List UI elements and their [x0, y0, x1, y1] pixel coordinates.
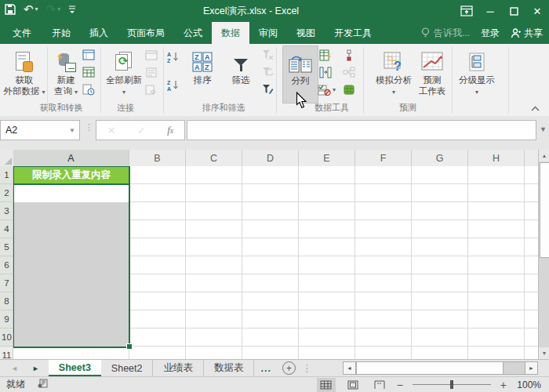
- new-sheet-button[interactable]: +: [282, 360, 296, 376]
- refresh-all-button[interactable]: ⟳ 全部刷新 ▾: [104, 45, 144, 98]
- page-break-view-icon[interactable]: [370, 378, 389, 392]
- close-button[interactable]: ✕: [525, 0, 549, 22]
- zoom-out-icon[interactable]: −: [397, 381, 403, 389]
- share-button[interactable]: 共享: [511, 27, 543, 40]
- fill-handle[interactable]: [126, 343, 133, 350]
- tab-审阅[interactable]: 审阅: [249, 22, 287, 44]
- formula-bar-expand-icon[interactable]: ▼: [540, 125, 547, 133]
- enter-icon[interactable]: ✓: [137, 125, 146, 136]
- get-external-data-button[interactable]: 获取 外部数据 ▾: [3, 45, 45, 98]
- scroll-up-icon[interactable]: ▲: [539, 150, 549, 162]
- row-header-6[interactable]: 6: [0, 256, 13, 274]
- cancel-icon[interactable]: ✕: [107, 125, 116, 136]
- sheet-nav-next-icon[interactable]: ►: [32, 365, 39, 372]
- remove-duplicates-icon[interactable]: [318, 66, 333, 78]
- minimize-button[interactable]: ─: [478, 0, 502, 22]
- sheet-nav-prev-icon[interactable]: ◄: [11, 365, 18, 372]
- tell-me[interactable]: 告诉我...: [421, 27, 470, 40]
- column-header-D[interactable]: D: [242, 150, 299, 166]
- column-header-F[interactable]: F: [355, 150, 412, 166]
- name-box-dropdown-icon[interactable]: ▼: [65, 127, 79, 134]
- cell-a1[interactable]: 限制录入重复内容: [13, 166, 130, 185]
- sheet-tab-Sheet3[interactable]: Sheet3: [49, 360, 101, 376]
- name-box[interactable]: A2 ▼: [0, 120, 80, 140]
- vertical-scrollbar[interactable]: ▲ ▼: [538, 150, 549, 359]
- sort-za-icon[interactable]: ZA: [166, 78, 180, 91]
- clear-filter-icon[interactable]: [260, 49, 274, 61]
- horizontal-scroll-thumb[interactable]: [356, 361, 504, 375]
- row-header-7[interactable]: 7: [0, 274, 13, 292]
- flash-fill-icon[interactable]: ⚡: [318, 49, 333, 61]
- row-header-2[interactable]: 2: [0, 184, 13, 202]
- sort-az-icon[interactable]: AZ: [166, 50, 180, 63]
- page-layout-view-icon[interactable]: [344, 378, 362, 392]
- save-icon[interactable]: [5, 4, 16, 15]
- sheet-tab-数据表[interactable]: 数据表: [204, 360, 255, 376]
- properties-icon[interactable]: [144, 66, 158, 78]
- consolidate-icon[interactable]: [342, 49, 356, 61]
- tab-开始[interactable]: 开始: [42, 22, 80, 44]
- macro-record-icon[interactable]: [38, 379, 48, 390]
- data-validation-icon[interactable]: [317, 83, 331, 96]
- advanced-filter-icon[interactable]: [260, 83, 274, 96]
- ribbon-display-options-icon[interactable]: [455, 0, 478, 22]
- connections-icon[interactable]: [144, 49, 158, 61]
- formula-input[interactable]: [187, 120, 536, 140]
- collapse-ribbon-icon[interactable]: [531, 104, 540, 113]
- tab-页面布局[interactable]: 页面布局: [118, 22, 174, 44]
- scroll-down-icon[interactable]: ▼: [539, 347, 549, 359]
- row-header-5[interactable]: 5: [0, 238, 13, 256]
- tab-file[interactable]: 文件: [2, 22, 42, 44]
- row-header-8[interactable]: 8: [0, 292, 13, 310]
- undo-button[interactable]: ↶▾: [24, 3, 38, 15]
- column-header-G[interactable]: G: [412, 150, 468, 166]
- tab-开发工具[interactable]: 开发工具: [325, 22, 381, 44]
- redo-button[interactable]: ↷▾: [46, 3, 61, 15]
- tab-视图[interactable]: 视图: [287, 22, 325, 44]
- sheet-grid[interactable]: 限制录入重复内容: [13, 166, 538, 359]
- from-table-icon[interactable]: [82, 66, 96, 78]
- row-header-11[interactable]: 11: [0, 347, 13, 359]
- row-header-4[interactable]: 4: [0, 220, 13, 238]
- horizontal-scrollbar[interactable]: ◄ ►: [343, 361, 538, 375]
- forecast-sheet-button[interactable]: 预测 工作表: [416, 45, 449, 96]
- recent-sources-icon[interactable]: [82, 83, 96, 96]
- column-header-E[interactable]: E: [299, 150, 355, 166]
- tab-插入[interactable]: 插入: [80, 22, 118, 44]
- row-header-3[interactable]: 3: [0, 202, 13, 220]
- tab-公式[interactable]: 公式: [174, 22, 212, 44]
- column-header-B[interactable]: B: [129, 150, 186, 166]
- column-header-A[interactable]: A: [13, 150, 129, 166]
- relationships-icon[interactable]: [342, 66, 356, 78]
- column-header-C[interactable]: C: [186, 150, 242, 166]
- data-validation-dropdown[interactable]: ▾: [333, 86, 336, 93]
- sort-button[interactable]: ZAAZ 排序: [185, 45, 220, 85]
- sheet-tabs-overflow[interactable]: ...: [254, 360, 277, 376]
- web-query-icon[interactable]: [82, 49, 96, 61]
- maximize-button[interactable]: [502, 0, 525, 22]
- zoom-slider[interactable]: [413, 384, 491, 385]
- customize-qat-icon[interactable]: [68, 5, 76, 14]
- row-header-9[interactable]: 9: [0, 310, 13, 328]
- sheet-tab-Sheet2[interactable]: Sheet2: [101, 360, 154, 376]
- zoom-in-icon[interactable]: +: [500, 381, 507, 389]
- sheet-tab-业绩表[interactable]: 业绩表: [153, 360, 204, 376]
- vertical-scroll-thumb[interactable]: [540, 162, 549, 258]
- reapply-filter-icon[interactable]: [260, 66, 274, 78]
- filter-button[interactable]: 筛选: [223, 45, 259, 85]
- scroll-right-icon[interactable]: ►: [525, 361, 538, 375]
- what-if-analysis-button[interactable]: ? 模拟分析 ▾: [373, 45, 414, 98]
- tab-数据[interactable]: 数据: [212, 22, 249, 44]
- scroll-left-icon[interactable]: ◄: [343, 361, 356, 375]
- edit-links-icon[interactable]: [144, 83, 158, 96]
- sign-in[interactable]: 登录: [481, 27, 500, 40]
- row-header-10[interactable]: 10: [0, 328, 13, 347]
- column-header-H[interactable]: H: [468, 150, 525, 166]
- insert-function-icon[interactable]: fx: [167, 124, 173, 136]
- new-query-button[interactable]: ⚡ 新建 查询 ▾: [49, 45, 82, 98]
- outline-button[interactable]: 分级显示 ▾: [455, 45, 499, 98]
- select-all-corner[interactable]: [0, 150, 14, 167]
- row-header-1[interactable]: 1: [0, 166, 13, 184]
- normal-view-icon[interactable]: [317, 378, 336, 392]
- zoom-slider-thumb[interactable]: [450, 380, 453, 389]
